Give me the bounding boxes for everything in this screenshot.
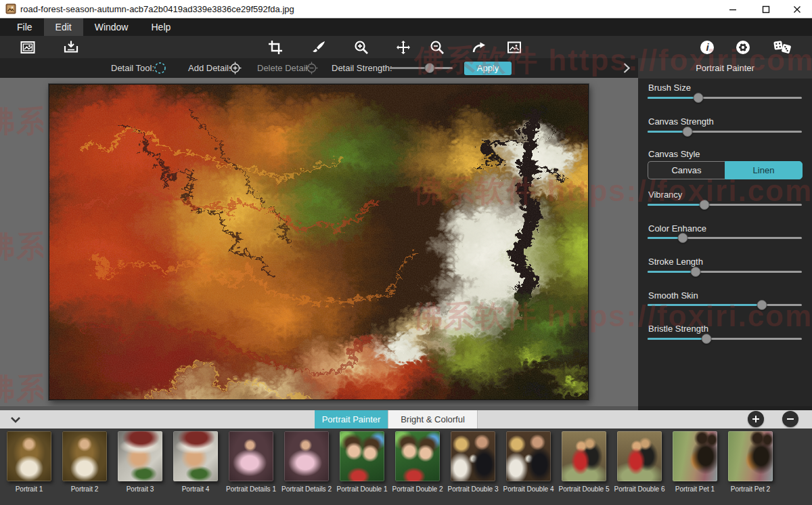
randomize-button[interactable] (771, 39, 793, 56)
open-image-button[interactable] (19, 39, 37, 56)
crop-button[interactable] (267, 39, 284, 56)
menu-item-file[interactable]: File (5, 18, 44, 36)
canvas-strength-slider[interactable] (648, 127, 802, 137)
delete-detail-icon[interactable] (305, 62, 318, 74)
preset-item[interactable]: Portrait Double 2 (390, 429, 445, 505)
slider-thumb[interactable] (701, 334, 711, 344)
preset-item[interactable]: Portrait Pet 1 (667, 429, 723, 505)
delete-detail-label: Delete Detail: (257, 58, 310, 78)
remove-preset-button[interactable] (782, 411, 798, 427)
add-detail-icon[interactable] (229, 62, 242, 74)
detail-strength-slider[interactable] (390, 63, 453, 74)
smooth-skin-slider[interactable] (648, 300, 802, 311)
app-icon (5, 3, 16, 14)
preset-thumbnail (451, 431, 495, 481)
portrait-painter-panel: Portrait Painter Brush Size Canvas Stren… (638, 58, 812, 406)
preset-thumbnail (673, 431, 717, 481)
smooth-skin-label: Smooth Skin (648, 290, 698, 301)
preset-item[interactable]: Portrait Double 4 (501, 429, 556, 505)
canvas-style-option-canvas[interactable]: Canvas (648, 161, 725, 179)
preset-item[interactable]: Portrait Double 5 (556, 429, 612, 505)
preset-strip: Portrait 1 Portrait 2 Portrait 3 Portrai… (0, 429, 812, 505)
slider-thumb[interactable] (683, 127, 693, 137)
toolbar: i (0, 36, 812, 58)
apply-button[interactable]: Apply (464, 62, 512, 75)
collapse-chevron-icon[interactable] (9, 415, 22, 424)
info-button[interactable]: i (698, 39, 716, 56)
preset-label: Portrait Double 2 (392, 485, 443, 493)
save-button[interactable] (62, 39, 80, 56)
stroke-length-label: Stroke Length (648, 257, 703, 267)
vibrancy-slider[interactable] (648, 200, 802, 211)
menu-item-help[interactable]: Help (139, 18, 182, 36)
menu-item-edit[interactable]: Edit (44, 18, 83, 36)
preset-item[interactable]: Portrait Details 2 (279, 429, 334, 505)
detail-strength-label: Detail Strength: (332, 58, 392, 78)
preset-label: Portrait Double 3 (447, 485, 498, 493)
preset-label: Portrait 4 (182, 485, 210, 493)
preset-thumbnail (562, 431, 606, 481)
slider-thumb[interactable] (424, 63, 434, 73)
tab-bright-colorful[interactable]: Bright & Colorful (388, 410, 478, 429)
workspace (0, 78, 638, 406)
vibrancy-label: Vibrancy (648, 190, 682, 200)
preset-item[interactable]: Portrait Details 1 (223, 429, 279, 505)
preset-item[interactable]: Portrait 1 (1, 429, 57, 505)
slider-thumb[interactable] (678, 233, 688, 243)
canvas-strength-label: Canvas Strength (648, 116, 714, 127)
slider-track[interactable] (390, 67, 453, 69)
preset-tabbar: Portrait Painter Bright & Colorful (0, 410, 812, 429)
brush-button[interactable] (310, 39, 328, 56)
preset-item[interactable]: Portrait Double 6 (612, 429, 667, 505)
preset-label: Portrait 2 (71, 485, 99, 493)
zoom-out-button[interactable] (428, 39, 446, 56)
zoom-in-icon (353, 39, 369, 56)
preset-item[interactable]: Portrait 4 (168, 429, 223, 505)
preset-label: Portrait 3 (127, 485, 154, 493)
preset-label: Portrait 1 (16, 485, 43, 493)
info-icon: i (699, 39, 715, 56)
preset-label: Portrait Double 4 (503, 485, 554, 493)
detail-toolbar: Detail Tool: Add Detail: Delete Detail: … (0, 58, 638, 78)
expand-chevron-icon[interactable] (623, 62, 632, 74)
compare-icon (506, 39, 522, 56)
open-image-icon (20, 39, 36, 56)
redo-icon (471, 39, 487, 56)
stroke-length-slider[interactable] (648, 267, 802, 278)
add-preset-button[interactable] (748, 411, 764, 427)
detail-tool-label: Detail Tool: (111, 58, 154, 78)
move-button[interactable] (394, 39, 412, 56)
redo-button[interactable] (470, 39, 488, 56)
preset-label: Portrait Double 1 (336, 485, 387, 493)
panel-title: Portrait Painter (638, 58, 812, 79)
preset-item[interactable]: Portrait Double 3 (445, 429, 501, 505)
canvas-image[interactable] (49, 84, 589, 400)
menu-item-window[interactable]: Window (83, 18, 140, 36)
bristle-strength-slider[interactable] (648, 334, 802, 345)
detail-tool-icon[interactable] (154, 62, 166, 74)
preset-item[interactable]: Portrait Double 1 (334, 429, 390, 505)
canvas-style-option-linen[interactable]: Linen (725, 161, 803, 179)
compare-button[interactable] (505, 39, 523, 56)
slider-thumb[interactable] (690, 267, 700, 277)
preset-label: Portrait Double 6 (614, 485, 664, 493)
slider-thumb[interactable] (757, 300, 767, 310)
preset-item[interactable]: Portrait 2 (57, 429, 112, 505)
preset-thumbnail (173, 431, 218, 481)
preset-label: Portrait Pet 1 (675, 485, 715, 493)
maximize-button[interactable] (756, 2, 776, 16)
brush-size-slider[interactable] (648, 93, 802, 104)
preset-item[interactable]: Portrait 3 (112, 429, 168, 505)
minimize-button[interactable] (723, 2, 743, 16)
zoom-in-button[interactable] (353, 39, 370, 56)
settings-button[interactable] (734, 39, 752, 56)
move-icon (395, 39, 411, 56)
slider-thumb[interactable] (694, 93, 704, 103)
color-enhance-slider[interactable] (648, 233, 802, 244)
menubar: File Edit Window Help (0, 18, 812, 36)
preset-item[interactable]: Portrait Pet 2 (723, 429, 778, 505)
close-button[interactable] (787, 2, 807, 16)
slider-thumb[interactable] (700, 200, 710, 210)
tab-portrait-painter[interactable]: Portrait Painter (315, 410, 388, 429)
zoom-out-icon (429, 39, 445, 56)
